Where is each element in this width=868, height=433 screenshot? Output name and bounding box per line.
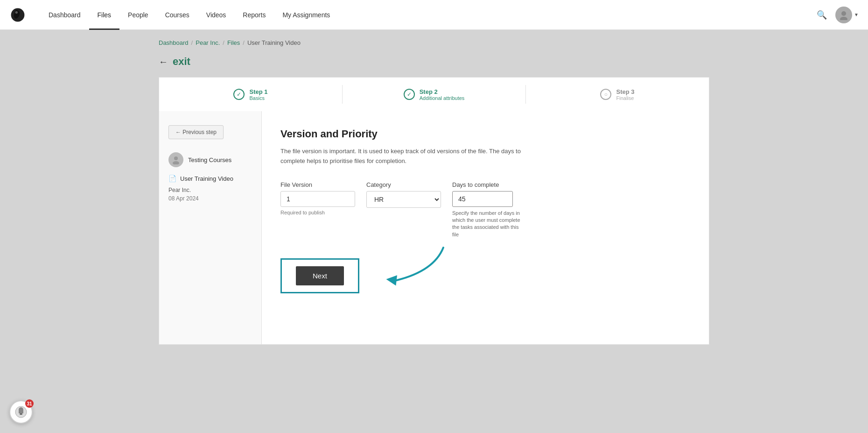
- sidebar-date: 08 Apr 2024: [168, 195, 252, 202]
- prev-step-button[interactable]: ← Previous step: [168, 125, 224, 139]
- svg-point-4: [174, 156, 178, 160]
- stepper: ✓ Step 1 Basics ✓ Step 2 Additional attr…: [159, 77, 709, 111]
- next-box: Next: [280, 258, 359, 293]
- svg-point-5: [173, 161, 179, 164]
- step3-icon: ○: [600, 89, 611, 100]
- avatar[interactable]: [835, 7, 852, 23]
- svg-point-1: [15, 11, 18, 13]
- breadcrumb-dashboard[interactable]: Dashboard: [159, 39, 189, 46]
- content-wrapper: ← Previous step Testing Courses 📄 User T…: [159, 111, 709, 345]
- file-version-field: File Version Required to publish: [280, 181, 355, 215]
- exit-label[interactable]: exit: [173, 56, 190, 68]
- svg-marker-6: [386, 275, 400, 288]
- file-version-input[interactable]: [280, 191, 355, 207]
- next-area: Next: [280, 257, 690, 294]
- search-icon[interactable]: 🔍: [813, 6, 831, 24]
- nav-files[interactable]: Files: [89, 0, 120, 30]
- arrow-annotation: [369, 243, 453, 294]
- step1-sub: Basics: [249, 95, 267, 101]
- nav-my-assignments[interactable]: My Assignments: [274, 0, 338, 30]
- form-description: The file version is important. It is use…: [280, 147, 523, 166]
- svg-point-2: [841, 11, 846, 16]
- back-arrow-icon[interactable]: ←: [159, 57, 168, 67]
- sidebar-user: Testing Courses: [168, 152, 252, 167]
- days-to-complete-input[interactable]: [452, 191, 513, 207]
- days-to-complete-label: Days to complete: [452, 181, 522, 188]
- content-sidebar: ← Previous step Testing Courses 📄 User T…: [159, 111, 262, 344]
- notification-badge[interactable]: 31: [9, 400, 33, 424]
- step3-name: Step 3: [616, 88, 634, 95]
- nav-items: Dashboard Files People Courses Videos Re…: [40, 0, 813, 30]
- file-version-required: Required to publish: [280, 210, 355, 215]
- breadcrumb-current: User Training Video: [247, 39, 301, 46]
- navbar: Dashboard Files People Courses Videos Re…: [0, 0, 868, 30]
- step1-icon: ✓: [233, 89, 245, 100]
- step-1: ✓ Step 1 Basics: [159, 88, 342, 101]
- breadcrumb-org[interactable]: Pear Inc.: [196, 39, 220, 46]
- step2-sub: Additional attributes: [420, 95, 465, 101]
- file-icon: 📄: [168, 175, 176, 182]
- sidebar-username: Testing Courses: [188, 156, 231, 163]
- app-logo: [9, 7, 26, 23]
- nav-people[interactable]: People: [119, 0, 157, 30]
- breadcrumb-files[interactable]: Files: [227, 39, 240, 46]
- step2-icon: ✓: [404, 89, 415, 100]
- form-title: Version and Priority: [280, 128, 690, 140]
- step2-name: Step 2: [420, 88, 465, 95]
- svg-rect-8: [20, 413, 22, 415]
- sidebar-avatar-icon: [168, 152, 183, 167]
- avatar-chevron-icon[interactable]: ▼: [854, 12, 859, 17]
- nav-courses[interactable]: Courses: [157, 0, 198, 30]
- category-field: Category HR Finance IT Operations: [366, 181, 441, 208]
- content-main: Version and Priority The file version is…: [262, 111, 709, 344]
- sidebar-file: 📄 User Training Video: [168, 175, 252, 182]
- days-to-complete-hint: Specify the number of days in which the …: [452, 210, 522, 239]
- file-version-label: File Version: [280, 181, 355, 188]
- exit-row: ← exit: [0, 56, 868, 77]
- days-to-complete-field: Days to complete Specify the number of d…: [452, 181, 522, 239]
- nav-dashboard[interactable]: Dashboard: [40, 0, 89, 30]
- nav-videos[interactable]: Videos: [198, 0, 235, 30]
- step-3: ○ Step 3 Finalise: [526, 88, 709, 101]
- step3-sub: Finalise: [616, 95, 634, 101]
- breadcrumb: Dashboard / Pear Inc. / Files / User Tra…: [0, 30, 868, 56]
- step-2: ✓ Step 2 Additional attributes: [343, 88, 525, 101]
- step1-name: Step 1: [249, 88, 267, 95]
- nav-reports[interactable]: Reports: [234, 0, 274, 30]
- sidebar-filename: User Training Video: [180, 175, 233, 182]
- next-button[interactable]: Next: [296, 266, 344, 285]
- notification-count: 31: [25, 399, 34, 408]
- form-fields: File Version Required to publish Categor…: [280, 181, 690, 239]
- svg-point-3: [840, 17, 847, 20]
- category-label: Category: [366, 181, 441, 188]
- category-select[interactable]: HR Finance IT Operations: [366, 191, 441, 208]
- sidebar-org: Pear Inc.: [168, 187, 252, 193]
